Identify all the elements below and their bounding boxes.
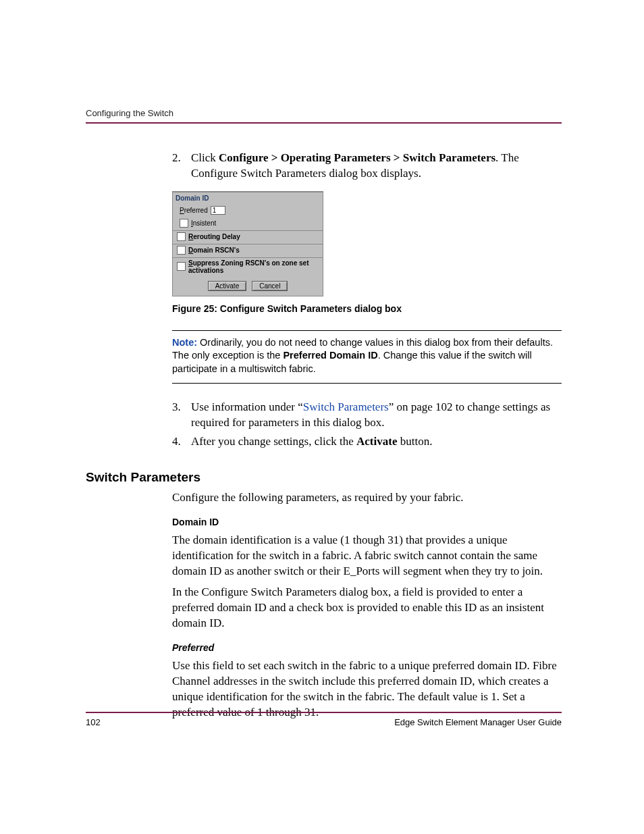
step-4: 4. After you change settings, click the … [172,434,562,450]
step-number: 2. [172,151,182,182]
suppress-rscn-row[interactable]: Suppress Zoning RSCN's on zone set activ… [173,258,323,277]
text: After you change settings, click the [191,435,356,448]
note-bold: Preferred Domain ID [283,350,377,361]
group-heading-domain-id: Domain ID [173,192,323,205]
configure-switch-parameters-dialog: Domain ID Preferred Insistent Rerouting … [172,191,323,296]
text: nsistent [193,219,216,227]
switch-parameters-link[interactable]: Switch Parameters [303,400,389,413]
text: button. [397,435,432,448]
dialog-button-row: Activate Cancel [173,277,323,296]
step-number: 3. [172,400,182,431]
rerouting-delay-row[interactable]: Rerouting Delay [173,231,323,244]
activate-bold: Activate [356,435,397,448]
domain-rscn-row[interactable]: Domain RSCN's [173,244,323,257]
text: Use information under “ [191,400,303,413]
text: uppress Zoning RSCN's on zone set activa… [188,259,309,274]
insistent-row[interactable]: Insistent [173,217,323,230]
mnemonic: P [180,207,184,214]
figure-dialog: Domain ID Preferred Insistent Rerouting … [172,191,562,296]
heading-preferred: Preferred [172,642,562,653]
note-block: Note: Ordinarily, you do not need to cha… [172,330,562,384]
step-text: Use information under “Switch Parameters… [191,400,562,431]
activate-button[interactable]: Activate [208,281,247,291]
suppress-rscn-label: Suppress Zoning RSCN's on zone set activ… [188,259,319,274]
preferred-row: Preferred [173,205,323,217]
text: omain RSCN's [193,246,240,254]
step-text: After you change settings, click the Act… [191,434,562,450]
step-text: Click Configure > Operating Parameters >… [191,151,562,182]
footer-title: Edge Switch Element Manager User Guide [394,717,562,727]
paragraph: In the Configure Switch Parameters dialo… [172,585,562,631]
figure-caption: Figure 25: Configure Switch Parameters d… [172,303,562,314]
paragraph: Configure the following parameters, as r… [172,490,562,506]
domain-rscn-checkbox[interactable] [177,246,186,255]
header-rule [86,122,562,124]
step-number: 4. [172,434,182,450]
menu-path: Configure > Operating Parameters > Switc… [219,151,495,164]
text: Click [191,151,219,164]
footer-rule [86,712,562,713]
heading-switch-parameters: Switch Parameters [86,470,562,485]
step-3: 3. Use information under “Switch Paramet… [172,400,562,431]
suppress-rscn-checkbox[interactable] [177,262,186,271]
paragraph: Use this field to set each switch in the… [172,658,562,721]
text: referred [184,207,208,214]
preferred-input[interactable] [211,206,225,215]
cancel-button[interactable]: Cancel [252,281,288,291]
rerouting-delay-label: Rerouting Delay [188,233,240,240]
note-label: Note: [172,337,197,348]
insistent-checkbox[interactable] [180,219,188,228]
mnemonic: S [188,259,193,267]
text: erouting Delay [193,233,240,240]
insistent-label: Insistent [191,219,216,227]
paragraph: The domain identification is a value (1 … [172,533,562,579]
domain-rscn-label: Domain RSCN's [188,246,240,254]
rerouting-delay-checkbox[interactable] [177,232,186,241]
preferred-label: Preferred [180,207,208,214]
running-header: Configuring the Switch [86,108,562,118]
page-number: 102 [86,717,101,727]
heading-domain-id: Domain ID [172,517,562,527]
step-2: 2. Click Configure > Operating Parameter… [172,151,562,182]
